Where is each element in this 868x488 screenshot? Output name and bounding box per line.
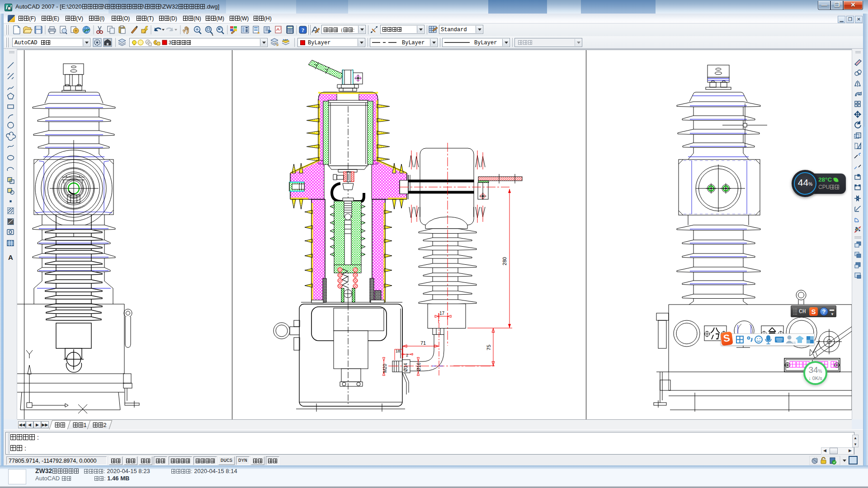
svg-text:M20: M20 <box>382 364 387 373</box>
svg-text:280: 280 <box>502 257 507 265</box>
svg-text:18: 18 <box>396 349 400 353</box>
svg-text:Ø16: Ø16 <box>416 362 421 371</box>
svg-text:2: 2 <box>406 353 408 357</box>
svg-text:Ø14: Ø14 <box>403 363 408 371</box>
svg-text:A: A <box>8 253 13 261</box>
svg-text:75: 75 <box>486 345 491 350</box>
svg-text:17: 17 <box>439 311 445 316</box>
svg-text:71: 71 <box>420 340 426 346</box>
svg-text:?: ? <box>302 27 305 33</box>
svg-text:16: 16 <box>792 341 796 344</box>
